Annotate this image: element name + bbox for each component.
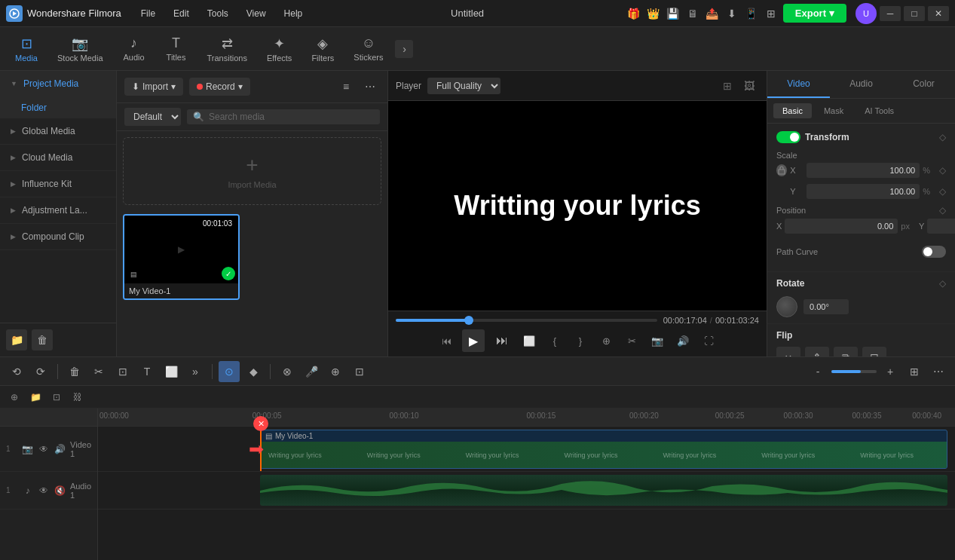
link-track-btn[interactable]: ⛓: [69, 389, 86, 405]
sub-tab-ai-tools[interactable]: AI Tools: [856, 103, 903, 118]
add-to-timeline-button[interactable]: ⊕: [596, 331, 616, 350]
menu-tools[interactable]: Tools: [200, 5, 236, 22]
sidebar-item-project-media[interactable]: ▼ Project Media: [0, 71, 116, 97]
pip-icon-btn[interactable]: ⊡: [349, 361, 370, 382]
group-track-btn[interactable]: ⊡: [48, 389, 65, 405]
clip-button[interactable]: ✂: [622, 331, 641, 350]
sidebar-sub-item-folder[interactable]: Folder: [0, 97, 116, 118]
video-eye-icon-btn[interactable]: 👁: [38, 442, 50, 457]
sub-tab-mask[interactable]: Mask: [815, 103, 852, 118]
text-icon-btn[interactable]: T: [136, 361, 158, 382]
filter-action-button[interactable]: ≡: [336, 77, 356, 96]
sidebar-item-adjustment[interactable]: ▶ Adjustment La...: [0, 197, 116, 224]
more-tools-button[interactable]: ›: [395, 40, 413, 58]
scale-x-keyframe[interactable]: ◇: [939, 165, 946, 176]
audio-mute-btn[interactable]: 🔇: [54, 483, 66, 498]
media-tool-effects[interactable]: ✦ Effects: [259, 32, 299, 66]
grid-view-button[interactable]: ⊞: [718, 78, 736, 94]
maximize-button[interactable]: □: [904, 6, 925, 21]
flip-copy-button[interactable]: ⧉: [834, 347, 858, 357]
keyframe-timeline-btn[interactable]: ◆: [243, 361, 264, 382]
rotate-dial[interactable]: [776, 296, 797, 317]
stop-button[interactable]: ⬜: [519, 331, 539, 350]
media-tool-titles[interactable]: T Titles: [158, 32, 195, 65]
delete-icon-btn[interactable]: 🗑: [64, 361, 85, 382]
menu-view[interactable]: View: [239, 5, 274, 22]
export-button[interactable]: Export ▾: [783, 4, 846, 23]
rotate-keyframe-btn[interactable]: ◇: [939, 278, 946, 289]
monitor-icon-btn[interactable]: 🖥: [684, 5, 702, 23]
more-action-button[interactable]: ⋯: [360, 77, 380, 96]
menu-help[interactable]: Help: [277, 5, 311, 22]
camera-button[interactable]: 📷: [647, 331, 667, 350]
audio-icon-btn[interactable]: ♪: [22, 483, 33, 498]
play-button[interactable]: ▶: [462, 329, 485, 352]
sidebar-item-global-media[interactable]: ▶ Global Media: [0, 118, 116, 145]
gift-icon-btn[interactable]: 🎁: [625, 5, 643, 23]
fast-forward-button[interactable]: ⏭: [491, 329, 513, 352]
position-keyframe-btn[interactable]: ◇: [939, 205, 946, 216]
ruler-timeline[interactable]: 00:00:00 00:00:05 00:00:10 00:00:15 00:0…: [98, 409, 955, 427]
add-track-icon-btn[interactable]: ⊕: [6, 389, 23, 405]
media-tool-media[interactable]: ⊡ Media: [8, 32, 45, 66]
mark-out-button[interactable]: }: [571, 331, 590, 350]
media-tool-filters[interactable]: ◈ Filters: [304, 32, 341, 66]
snap-icon-btn[interactable]: ⊙: [219, 361, 240, 382]
media-tool-stickers[interactable]: ☺ Stickers: [346, 32, 390, 65]
audio-eye-btn[interactable]: 👁: [38, 483, 49, 498]
frame-icon-btn[interactable]: ⬜: [161, 361, 182, 382]
tab-video[interactable]: Video: [767, 71, 830, 98]
scale-y-input[interactable]: [807, 184, 920, 199]
crop-icon-btn[interactable]: ⊡: [112, 361, 133, 382]
transform-keyframe-btn[interactable]: ◇: [939, 132, 946, 142]
close-button[interactable]: ✕: [928, 6, 949, 21]
tab-audio[interactable]: Audio: [830, 71, 892, 98]
quality-select[interactable]: Full Quality: [427, 78, 500, 94]
position-y-input[interactable]: [927, 219, 955, 234]
tab-color[interactable]: Color: [892, 71, 955, 98]
path-curve-toggle[interactable]: [922, 246, 946, 258]
user-avatar[interactable]: U: [856, 3, 877, 24]
redo-icon-btn[interactable]: ⟳: [30, 361, 51, 382]
grid-icon-btn[interactable]: ⊞: [762, 5, 780, 23]
menu-file[interactable]: File: [133, 5, 163, 22]
new-folder-button[interactable]: 📁: [6, 329, 27, 350]
phone-icon-btn[interactable]: 📱: [742, 5, 761, 23]
rotate-input[interactable]: [803, 299, 849, 314]
media-tool-transitions[interactable]: ⇄ Transitions: [200, 32, 255, 66]
media-thumbnail[interactable]: ▶ 00:01:03 ▤ ✓ My Video-1: [123, 214, 240, 300]
settings-btn[interactable]: ⋯: [928, 361, 949, 382]
mark-in-button[interactable]: {: [545, 331, 565, 350]
media-tool-stock[interactable]: 📷 Stock Media: [50, 32, 111, 66]
zoom-out-btn[interactable]: -: [807, 361, 828, 382]
cut-icon-btn[interactable]: ✂: [88, 361, 109, 382]
sidebar-item-influence-kit[interactable]: ▶ Influence Kit: [0, 171, 116, 197]
timeline-zoom-track[interactable]: [831, 370, 877, 373]
zoom-in-btn[interactable]: +: [880, 361, 901, 382]
scale-x-input[interactable]: [807, 163, 920, 178]
download-icon-btn[interactable]: ⬇: [723, 5, 741, 23]
sub-tab-basic[interactable]: Basic: [773, 103, 812, 118]
video-clip[interactable]: ▤ My Video-1 Writing your lyrics Writing…: [260, 430, 947, 469]
transform-toggle[interactable]: [776, 131, 800, 143]
mic-icon-btn[interactable]: 🎤: [301, 361, 322, 382]
flip-paste-button[interactable]: ⊡: [862, 347, 886, 357]
audio-button[interactable]: 🔊: [673, 331, 693, 350]
video-camera-icon-btn[interactable]: 📷: [22, 442, 33, 457]
video-mute-icon-btn[interactable]: 🔊: [54, 442, 66, 457]
sidebar-item-cloud-media[interactable]: ▶ Cloud Media: [0, 145, 116, 171]
grid-layout-btn[interactable]: ⊞: [904, 361, 925, 382]
import-button[interactable]: ⬇ Import ▾: [124, 78, 183, 96]
flip-vertical-button[interactable]: ⇕: [805, 347, 829, 357]
minimize-button[interactable]: ─: [880, 6, 901, 21]
position-x-input[interactable]: [785, 219, 898, 234]
image-view-button[interactable]: 🖼: [739, 78, 759, 94]
share-icon-btn[interactable]: 📤: [703, 5, 721, 23]
split-icon-btn[interactable]: ⊕: [325, 361, 346, 382]
search-input[interactable]: [209, 112, 374, 122]
crown-icon-btn[interactable]: 👑: [644, 5, 663, 23]
sidebar-item-compound-clip[interactable]: ▶ Compound Clip: [0, 224, 116, 250]
progress-track[interactable]: [396, 319, 657, 322]
scale-y-keyframe[interactable]: ◇: [939, 186, 946, 197]
folder-track-btn[interactable]: 📁: [27, 389, 44, 405]
